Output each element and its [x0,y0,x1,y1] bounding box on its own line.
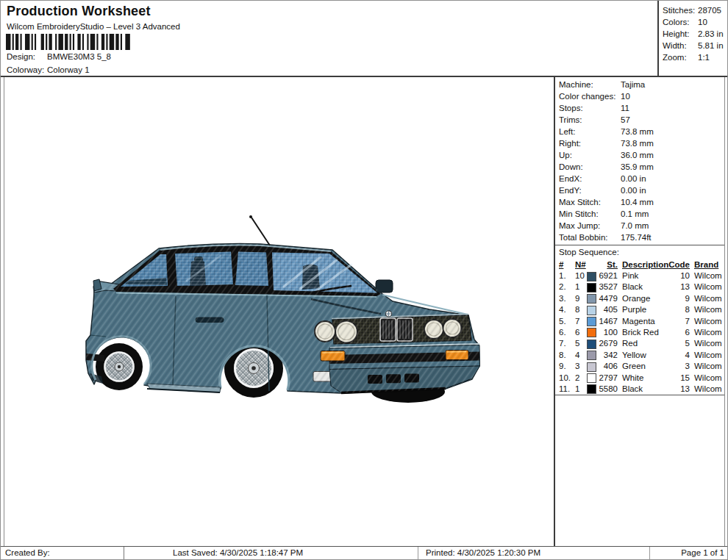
thread-code: 13 [668,384,691,398]
antenna [251,218,270,245]
design-row: Design:BMWE30M3 5_8 [7,52,111,61]
machine-info-row: Stops:11 [559,102,723,114]
col-stitches: St. [587,259,619,270]
thread-color-swatch-box [587,373,596,383]
stop-sequence-rows: 1.106921Pink10Wilcom2.13527Black13Wilcom… [555,270,724,395]
machine-info-value: 0.00 in [621,184,723,196]
colorway-value: Colorway 1 [47,65,90,74]
colorway-row: Colorway:Colorway 1 [7,65,90,74]
machine-info: Machine:TajimaColor changes:10Stops:11Tr… [555,77,724,243]
machine-info-row: Color changes:10 [559,90,723,102]
thread-color-swatch [587,384,599,398]
summary-value: 10 [698,16,728,28]
summary-row: Width:5.81 in [663,40,728,51]
printed-cell: Printed: 4/30/2025 1:20:30 PM [418,547,650,560]
thread-color-swatch-box [587,294,596,304]
machine-info-value: 175.74ft [621,231,723,243]
machine-info-value: 57 [621,114,723,126]
stop-sequence-row: 8.4342Yellow4Wilcom [555,350,724,361]
machine-info-row: Max Jump:7.0 mm [559,220,723,231]
software-subtitle: Wilcom EmbroideryStudio – Level 3 Advanc… [7,22,180,31]
machine-info-row: Max Stitch:10.4 mm [559,196,723,208]
stop-sequence-row: 9.3406Green3Wilcom [555,361,724,372]
page-title: Production Worksheet [7,4,151,19]
thread-color-swatch-box [587,283,596,292]
machine-info-row: Up:36.0 mm [559,149,723,161]
summary-row: Stitches:28705 [663,4,728,16]
machine-info-label: Color changes: [559,90,621,102]
machine-info-label: EndX: [559,173,621,184]
colorway-label: Colorway: [7,65,47,74]
machine-info-label: Left: [559,126,621,137]
machine-panel: Machine:TajimaColor changes:10Stops:11Tr… [554,77,725,546]
machine-info-value: 36.0 mm [621,149,723,161]
machine-info-value: 0.00 in [621,173,723,184]
machine-info-row: EndY:0.00 in [559,184,723,196]
summary-label: Width: [663,40,698,51]
machine-info-row: Down:35.9 mm [559,161,723,173]
thread-description: Black [619,384,668,398]
created-by-cell: Created By: [1,547,124,560]
machine-info-label: Max Jump: [559,220,621,231]
col-needle: N# [575,259,587,270]
thread-color-swatch-box [587,340,596,349]
summary-value: 2.83 in [698,28,728,40]
machine-info-row: Left:73.8 mm [559,126,723,137]
summary-row: Colors:10 [663,16,728,28]
thread-color-swatch-box [587,317,596,326]
antenna-tip [249,215,252,218]
machine-info-value: 0.1 mm [621,208,723,220]
machine-info-value: 11 [621,102,723,114]
design-summary-box: Stitches:28705Colors:10Height:2.83 inWid… [657,1,728,77]
machine-info-label: Total Bobbin: [559,231,621,243]
stop-sequence-row: 5.71467Magenta7Wilcom [555,316,724,327]
machine-info-value: 35.9 mm [621,161,723,173]
thread-color-swatch-box [587,272,596,281]
stop-sequence-row: 7.52679Red5Wilcom [555,338,724,349]
machine-info-label: Down: [559,161,621,173]
summary-label: Zoom: [663,51,698,63]
machine-info-label: Stops: [559,102,621,114]
footer: Created By: Last Saved: 4/30/2025 1:18:4… [1,546,728,560]
stop-sequence-header: # N# St. Description Code Brand [555,259,724,270]
page-number-cell: Page 1 of 1 [650,547,728,560]
stop-sequence-row: 1.106921Pink10Wilcom [555,270,724,281]
summary-label: Height: [663,28,698,40]
machine-info-label: Min Stitch: [559,208,621,220]
machine-info-label: Right: [559,137,621,149]
machine-info-row: Right:73.8 mm [559,137,723,149]
barcode-icon [6,34,132,50]
summary-row: Height:2.83 in [663,28,728,40]
thread-color-swatch-box [587,362,596,372]
summary-value: 28705 [698,4,728,16]
summary-label: Colors: [663,16,698,28]
stop-sequence-row: 11.15580Black13Wilcom [555,384,724,395]
stop-sequence-title: Stop Sequence: [555,245,724,259]
machine-info-label: Trims: [559,114,621,126]
col-num: # [559,259,575,270]
header: Production Worksheet Wilcom EmbroiderySt… [1,1,728,77]
thread-color-swatch-box [587,306,596,315]
col-brand: Brand [691,259,725,270]
summary-label: Stitches: [663,4,698,16]
production-worksheet-page: Production Worksheet Wilcom EmbroiderySt… [0,0,728,560]
stop-sequence-row: 2.13527Black13Wilcom [555,281,724,292]
design-label: Design: [7,52,47,61]
machine-info-row: Total Bobbin:175.74ft [559,231,723,243]
machine-info-label: Max Stitch: [559,196,621,208]
thread-color-swatch-box [587,328,596,337]
design-preview-car [84,210,485,405]
machine-info-row: Trims:57 [559,114,723,126]
design-canvas [4,77,554,546]
stop-sequence-row: 4.8405Purple8Wilcom [555,304,724,315]
machine-info-label: Up: [559,149,621,161]
col-code: Code [668,259,691,270]
machine-info-label: EndY: [559,184,621,196]
design-value: BMWE30M3 5_8 [47,52,111,61]
last-saved-cell: Last Saved: 4/30/2025 1:18:47 PM [124,547,418,560]
needle-number: 1 [575,384,587,398]
summary-value: 1:1 [698,51,728,63]
machine-info-row: EndX:0.00 in [559,173,723,184]
col-description: Description [619,259,668,270]
machine-info-value: 73.8 mm [621,137,723,149]
